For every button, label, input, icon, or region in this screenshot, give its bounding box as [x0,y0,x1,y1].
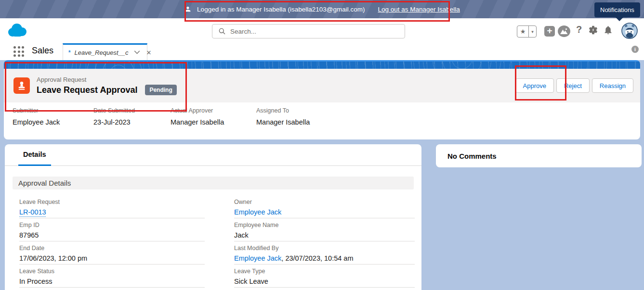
app-launcher-icon[interactable] [13,46,24,57]
approval-details-fields: Leave Request LR-0013 Owner Employee Jac… [19,195,415,288]
summary-field-date-submitted: Date Submitted 23-Jul-2023 [93,107,171,126]
global-header: ★ ▾ + ? [0,18,644,42]
tab-leave-request[interactable]: * Leave_Request__c ✕ [63,43,147,60]
info-icon[interactable]: i [631,46,639,53]
search-icon [218,27,226,35]
header-summary-fields: Submitter Employee Jack Date Submitted 2… [4,102,640,126]
approve-button[interactable]: Approve [515,78,554,93]
reject-button[interactable]: Reject [556,78,590,93]
chevron-down-icon[interactable] [134,50,140,54]
details-tab-strip: Details [5,144,421,166]
user-avatar[interactable] [621,23,638,39]
unsaved-indicator: * [68,49,70,56]
summary-field-submitter: Submitter Employee Jack [13,107,93,126]
details-card: Details Approval Details Leave Request L… [5,144,421,290]
field-end-date: End Date 17/06/2023, 12:00 pm [19,241,205,265]
summary-field-assigned-to: Assigned To Manager Isabella [256,107,310,126]
setup-gear-icon[interactable] [588,25,598,37]
last-modified-by-link[interactable]: Employee Jack [234,254,281,262]
logout-link[interactable]: Log out as Manager Isabella [378,6,460,13]
reassign-button[interactable]: Reassign [592,78,633,93]
comments-card: No Comments [436,144,642,167]
salesforce-logo-icon [6,23,28,40]
field-emp-id: Emp ID 87965 [19,218,205,241]
favorite-star-button[interactable]: ★ [517,26,529,37]
global-actions-plus-button[interactable]: + [544,26,555,37]
action-buttons: Approve Reject Reassign [515,78,633,93]
nav-bar: Sales * Leave_Request__c ✕ i [0,42,644,60]
person-icon [184,5,192,13]
last-modified-timestamp: , 23/07/2023, 10:54 am [281,254,353,262]
field-last-modified-by: Last Modified By Employee Jack, 23/07/20… [234,241,415,265]
field-leave-request: Leave Request LR-0013 [19,195,205,218]
page-title: Leave Request Approval [37,85,137,95]
header-decorative-band [4,62,640,69]
notifications-bell-icon[interactable] [603,25,613,37]
search-input[interactable] [230,28,399,35]
notifications-tooltip: Notifications [594,2,640,17]
approval-details-section-header: Approval Details [13,177,414,189]
global-search [212,24,405,38]
tab-details[interactable]: Details [18,144,51,166]
field-leave-status: Leave Status In Process [19,265,205,288]
no-comments-title: No Comments [447,152,497,160]
favorites-dropdown-button[interactable]: ▾ [529,26,536,37]
login-announcement-bar: Logged in as Manager Isabella (isabella2… [0,0,644,18]
owner-link[interactable]: Employee Jack [234,208,281,216]
app-name: Sales [32,46,53,56]
favorites-control: ★ ▾ [517,25,537,38]
close-tab-icon[interactable]: ✕ [146,49,151,56]
entity-label: Approval Request [37,76,177,83]
summary-field-actual-approver: Actual Approver Manager Isabella [171,107,256,126]
field-employee-name: Employee Name Jack [234,218,415,241]
guidance-center-icon[interactable] [557,25,571,39]
leave-request-link[interactable]: LR-0013 [19,208,46,216]
tab-label: Leave_Request__c [74,49,128,56]
approval-request-header-card: Approval Request Leave Request Approval … [4,60,640,139]
field-leave-type: Leave Type Sick Leave [234,265,415,288]
field-owner: Owner Employee Jack [234,195,415,218]
help-icon[interactable]: ? [576,24,582,35]
salesforce-approval-screen: Logged in as Manager Isabella (isabella2… [0,0,644,290]
page-background: Approval Request Leave Request Approval … [0,60,644,290]
status-badge: Pending [145,85,176,95]
logged-in-as-text: Logged in as Manager Isabella (isabella2… [197,6,365,13]
approval-stamp-icon [13,77,30,94]
